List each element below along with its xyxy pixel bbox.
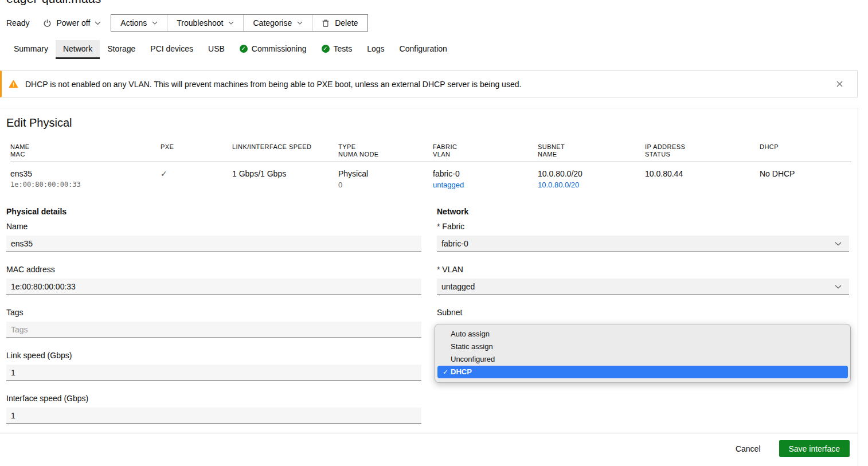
ip-address: 10.0.80.44 [645,169,760,179]
troubleshoot-menu-button[interactable]: Troubleshoot [167,15,244,31]
col-name-mac: NAME MAC [10,143,161,158]
interface-speed-label: Interface speed (Gbps) [6,394,421,403]
cell-name-mac: ens35 1e:00:80:00:00:33 [10,169,161,190]
option-static-assign[interactable]: Static assign [435,340,850,353]
cancel-button[interactable]: Cancel [736,444,761,453]
physical-details-heading: Physical details [6,207,421,216]
tags-label: Tags [6,308,421,317]
chevron-down-icon [297,21,303,25]
success-check-icon: ✓ [240,45,248,53]
dhcp-warning-banner: DHCP is not enabled on any VLAN. This wi… [0,71,858,97]
option-dhcp-label: DHCP [451,366,472,378]
tab-label: PCI devices [150,44,193,53]
tags-field[interactable] [6,322,421,338]
option-dhcp-selected[interactable]: ✓ DHCP [437,366,848,378]
fabric-value: fabric-0 [433,169,538,179]
cell-fabric-vlan: fabric-0 untagged [433,169,538,190]
tab-label: Configuration [400,44,447,53]
subnet-label: Subnet [437,308,849,317]
close-icon[interactable] [835,79,844,89]
option-unconfigured[interactable]: Unconfigured [435,353,850,366]
chevron-down-icon [95,21,101,25]
tab-label: Storage [107,44,135,53]
status-badge: Ready [6,18,29,28]
delete-label: Delete [335,18,358,28]
vlan-label: * VLAN [437,265,849,274]
tab-commissioning[interactable]: ✓ Commissioning [232,40,314,59]
fabric-label: * Fabric [437,222,849,231]
cell-type-numa: Physical 0 [338,169,433,190]
name-field[interactable] [6,236,421,252]
mac-address-field[interactable] [6,279,421,295]
tab-usb[interactable]: USB [201,40,232,59]
table-row: ens35 1e:00:80:00:00:33 ✓ 1 Gbps/1 Gbps … [10,162,851,190]
mac-address-label: MAC address [6,265,421,274]
section-divider [0,108,858,108]
machine-tabs: Summary Network Storage PCI devices USB … [0,40,858,59]
warning-icon [9,80,18,88]
col-dhcp: DHCP [760,143,851,158]
fabric-select[interactable]: fabric-0 [437,236,849,252]
tab-pci-devices[interactable]: PCI devices [143,40,201,59]
tab-label: Summary [14,44,48,53]
machine-details-page: eager-quail.maas Ready Power off Actions [0,0,868,466]
delete-button[interactable]: Delete [312,15,367,31]
tab-logs[interactable]: Logs [359,40,392,59]
chevron-down-icon [835,285,842,289]
tab-label: Logs [367,44,384,53]
col-speed: LINK/INTERFACE SPEED [232,143,338,158]
power-off-button[interactable]: Power off [43,18,101,28]
col-type-numa: TYPE NUMA NODE [338,143,433,158]
vlan-link[interactable]: untagged [433,181,464,189]
troubleshoot-menu-label: Troubleshoot [177,18,223,28]
vlan-select-value: untagged [441,282,475,291]
subnet-dropdown-menu: Auto assign Static assign Unconfigured ✓… [435,324,851,383]
check-icon: ✓ [443,366,451,378]
interface-mac: 1e:00:80:00:00:33 [10,180,161,190]
categorise-menu-button[interactable]: Categorise [244,15,312,31]
interface-table: NAME MAC PXE LINK/INTERFACE SPEED TYPE N… [10,143,851,190]
name-label: Name [6,222,421,231]
tab-storage[interactable]: Storage [100,40,143,59]
tab-tests[interactable]: ✓ Tests [314,40,360,59]
cell-ip: 10.0.80.44 [645,169,760,190]
tab-configuration[interactable]: Configuration [392,40,455,59]
fabric-select-value: fabric-0 [441,239,468,248]
tab-label: Network [63,44,92,53]
tab-label: Commissioning [252,44,307,53]
footer-divider [0,433,858,433]
cell-pxe: ✓ [161,169,232,190]
actions-menu-button[interactable]: Actions [111,15,167,31]
tab-summary[interactable]: Summary [6,40,56,59]
save-interface-button[interactable]: Save interface [779,440,850,457]
form-footer: Cancel Save interface [0,440,850,457]
chevron-down-icon [152,21,158,25]
categorise-menu-label: Categorise [253,18,292,28]
subnet-cidr: 10.0.80.0/20 [538,169,645,179]
success-check-icon: ✓ [322,45,330,53]
machine-action-group: Actions Troubleshoot Categorise [111,14,367,32]
interface-table-header: NAME MAC PXE LINK/INTERFACE SPEED TYPE N… [10,143,851,162]
interface-speed-field[interactable] [6,408,421,424]
cell-speed: 1 Gbps/1 Gbps [232,169,338,190]
page-title: eager-quail.maas [6,0,101,6]
col-subnet-name: SUBNET NAME [538,143,645,158]
edit-physical-title: Edit Physical [6,116,72,130]
tab-network[interactable]: Network [56,40,100,59]
power-icon [43,19,52,28]
link-speed-field[interactable] [6,365,421,381]
subnet-name-link[interactable]: 10.0.80.0/20 [538,181,579,189]
chevron-down-icon [228,21,234,25]
power-label: Power off [56,18,90,28]
tab-label: Tests [334,44,353,53]
vlan-select[interactable]: untagged [437,279,849,295]
option-auto-assign[interactable]: Auto assign [435,328,850,340]
network-form: Network * Fabric fabric-0 * VLAN untagge… [437,207,849,322]
numa-node: 0 [338,180,433,190]
interface-type: Physical [338,169,433,179]
pxe-check-icon: ✓ [161,169,232,179]
network-heading: Network [437,207,849,216]
warning-message: DHCP is not enabled on any VLAN. This wi… [25,80,835,89]
cell-dhcp: No DHCP [760,169,851,190]
content-right-border [858,108,858,466]
